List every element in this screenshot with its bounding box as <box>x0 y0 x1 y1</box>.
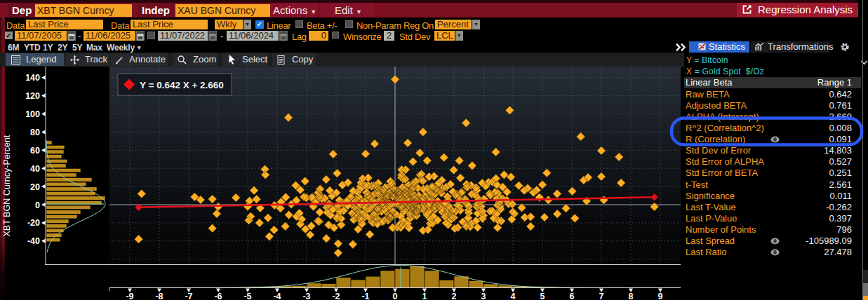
svg-text:120: 120 <box>25 91 40 101</box>
svg-text:7: 7 <box>599 292 604 300</box>
svg-text:40: 40 <box>30 164 40 174</box>
svg-text:XBT BGN Curncy-Percent: XBT BGN Curncy-Percent <box>2 135 12 236</box>
svg-text:5: 5 <box>540 292 545 300</box>
svg-text:-8: -8 <box>155 292 163 300</box>
svg-text:20: 20 <box>30 182 40 192</box>
svg-text:6: 6 <box>570 292 575 300</box>
svg-text:0: 0 <box>35 200 40 210</box>
svg-text:-40: -40 <box>27 236 40 246</box>
svg-text:60: 60 <box>30 146 40 156</box>
svg-text:Y = 0.642 X + 2.660: Y = 0.642 X + 2.660 <box>140 80 224 90</box>
svg-text:-5: -5 <box>243 292 251 300</box>
svg-text:-1: -1 <box>361 292 369 300</box>
svg-text:4: 4 <box>511 292 516 300</box>
svg-text:-20: -20 <box>27 218 40 228</box>
svg-text:-7: -7 <box>185 292 192 300</box>
svg-text:100: 100 <box>25 109 40 119</box>
svg-text:-9: -9 <box>126 292 133 300</box>
svg-text:8: 8 <box>629 292 634 300</box>
svg-text:-2: -2 <box>332 292 340 300</box>
svg-text:-3: -3 <box>302 292 310 300</box>
svg-text:9: 9 <box>658 292 663 300</box>
svg-text:1: 1 <box>422 292 427 300</box>
svg-text:140: 140 <box>25 73 40 83</box>
svg-text:-4: -4 <box>273 292 281 300</box>
svg-text:0: 0 <box>393 292 398 300</box>
svg-text:80: 80 <box>30 128 40 137</box>
svg-text:3: 3 <box>481 292 486 300</box>
svg-text:2: 2 <box>452 292 457 300</box>
svg-text:-6: -6 <box>214 292 222 300</box>
